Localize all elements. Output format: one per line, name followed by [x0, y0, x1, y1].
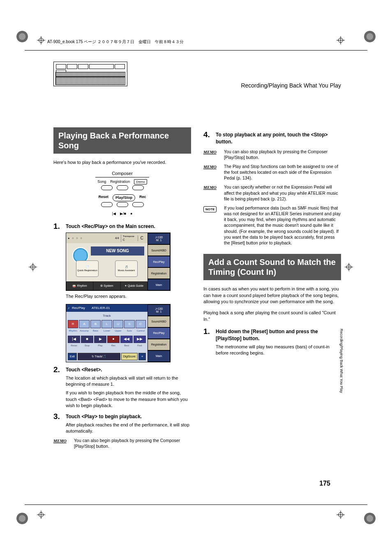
step1-caption: The Rec/Play screen appears. — [66, 293, 191, 299]
step-1: 1. Touch <Rec/Play> on the Main screen. — [53, 222, 191, 230]
recplay-screen-screenshot: ♪ Rec/Play ATELIER-01 Track R A B L U S … — [66, 304, 171, 362]
demo-button-icon — [132, 185, 144, 190]
music-assistant-icon: 🎵Music Assistant — [115, 260, 138, 277]
print-corner-bl — [16, 513, 28, 524]
reset-transport-icon: |◀ — [68, 336, 80, 343]
countin-intro-b: Playing back a song after playing the co… — [203, 310, 341, 322]
print-corner-br — [364, 513, 376, 524]
countin-intro-a: In cases such as when you want to perfor… — [203, 286, 341, 305]
countin-step1: 1. Hold down the [Reset] button and pres… — [203, 327, 341, 342]
reg-mark-tl — [37, 36, 45, 44]
memo-4c: MEMO You can specify whether or not the … — [203, 184, 341, 202]
crop-line-top — [25, 50, 367, 51]
page-number: 175 — [319, 480, 330, 487]
main-screen-screenshot: ● ○ ○ ○ 4/4 Transpose C C NEW SONG 📄Quic… — [66, 233, 171, 291]
book-header-line: AT-900_e.book 175 ページ ２００７年９月７日 金曜日 午前８時… — [47, 39, 184, 45]
step2-body2: If you wish to begin playback from the m… — [66, 390, 191, 409]
bwd-transport-icon: ◀◀ — [120, 336, 133, 343]
rec-transport-icon: ● — [107, 336, 120, 343]
step3-body: After playback reaches the end of the pe… — [66, 422, 191, 435]
title-countin: Add a Count Sound to Match the Timing (C… — [203, 254, 341, 280]
print-corner-tr — [364, 31, 376, 42]
step-3: 3. Touch <Play> to begin playback. — [53, 412, 191, 420]
play-transport-icon: ▶ — [94, 336, 106, 343]
crop-line-bottom — [25, 504, 367, 505]
fwd-transport-icon: ▶▶ — [134, 336, 146, 343]
step-2: 2. Touch <Reset>. — [53, 366, 191, 373]
countin-step1-body: The metronome will play two measures (ba… — [216, 344, 341, 357]
registration-button-icon — [117, 185, 128, 190]
song-button-icon — [101, 185, 113, 190]
reg-mark-tr — [337, 36, 345, 44]
memo-step3: MEMO You can also begin playback by pres… — [53, 438, 191, 449]
reg-mark-mr — [345, 263, 353, 271]
print-corner-tl — [16, 31, 28, 42]
section-header: Recording/Playing Back What You Play — [241, 82, 341, 89]
reg-mark-bl — [37, 511, 45, 519]
reg-mark-br — [337, 511, 345, 519]
left-column: Playing Back a Performance Song Here's h… — [53, 127, 191, 453]
memo-icon: MEMO — [53, 438, 70, 449]
step2-body1: The location at which playback will star… — [66, 375, 191, 388]
right-column: 4. To stop playback at any point, touch … — [203, 127, 341, 453]
intro-playback: Here's how to play back a performance yo… — [53, 159, 191, 166]
memo-icon: MEMO — [203, 149, 220, 160]
memo-4b: MEMO The Play and Stop functions can bot… — [203, 164, 341, 181]
note-icon: NOTE — [203, 205, 220, 246]
title-playback: Playing Back a Performance Song — [53, 127, 191, 154]
memo-icon: MEMO — [203, 164, 220, 181]
side-section-label: Recording/Playing Back What You Play — [339, 329, 344, 393]
memo-4a: MEMO You can also stop playback by press… — [203, 149, 341, 160]
page-dots-icon: ● ○ ○ ○ — [68, 236, 83, 240]
step-4: 4. To stop playback at any point, touch … — [203, 131, 341, 145]
note-4: NOTE If you load performance data (such … — [203, 205, 341, 246]
keyboard-thumbnail — [53, 62, 127, 86]
composer-panel-diagram: Composer Song Registration Demo Reset Pl… — [85, 170, 159, 216]
memo-icon: MEMO — [203, 184, 220, 202]
stop-transport-icon: ■ — [81, 336, 93, 343]
quick-registration-icon: 📄Quick Registration — [76, 260, 99, 277]
reg-mark-ml — [29, 263, 37, 271]
